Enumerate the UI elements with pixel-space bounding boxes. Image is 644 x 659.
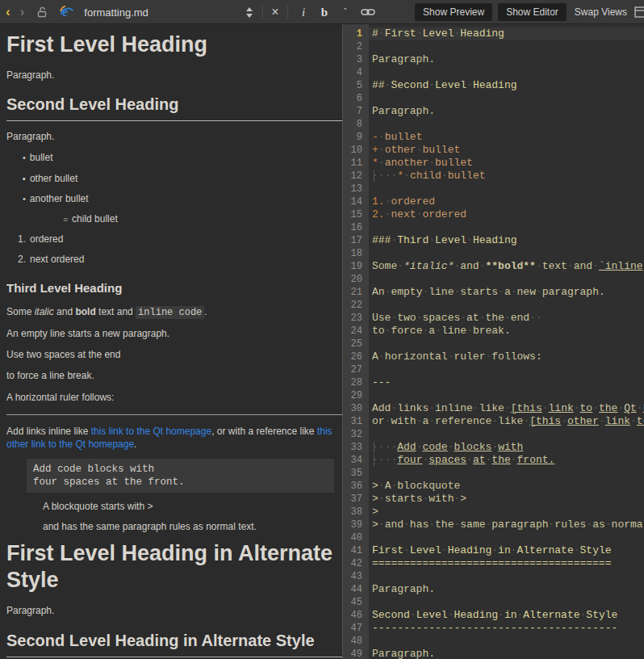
line-number: 37 — [343, 493, 369, 506]
editor-line[interactable] — [369, 273, 644, 286]
line-number: 12 — [343, 170, 369, 183]
editor-line[interactable] — [369, 92, 644, 105]
editor-line[interactable] — [369, 389, 644, 402]
editor-line[interactable]: +·other·bullet — [369, 144, 644, 157]
editor-line[interactable]: or·with·a·reference·like·[this·other·lin… — [369, 415, 644, 428]
line-number: 3 — [343, 53, 369, 66]
editor-line[interactable]: ====================================== — [369, 557, 644, 570]
editor-line[interactable]: Paragraph. — [369, 105, 644, 118]
editor-line[interactable]: Paragraph. — [369, 583, 644, 596]
preview-bullet-list: •bullet▪other bullet•another bullet○chil… — [6, 151, 334, 225]
text-segment: bold — [75, 306, 95, 317]
editor-line[interactable] — [369, 363, 644, 376]
text-segment: , or with a reference like — [211, 426, 317, 437]
editor-line[interactable] — [369, 570, 644, 583]
preview-ordered-list: 1.ordered2.next ordered — [6, 233, 334, 266]
editor-line[interactable]: -·bullet — [369, 131, 644, 144]
editor-line[interactable]: First·Level·Heading·in·Alternate·Style — [369, 544, 644, 557]
editor-line[interactable]: #·First·Level·Heading — [369, 27, 644, 40]
editor-line[interactable]: Paragraph. — [369, 648, 644, 659]
editor-line[interactable]: Use·two·spaces·at·the·end·· — [369, 312, 644, 325]
ordered-list-item: 1.ordered — [6, 233, 334, 246]
line-number: 32 — [343, 428, 369, 441]
indent-guide — [374, 442, 374, 453]
preview-styled-text: Some italic and bold text and inline cod… — [6, 305, 334, 319]
editor-line[interactable]: ····Add·code·blocks·with — [369, 441, 644, 454]
editor-line[interactable] — [369, 531, 644, 544]
editor-line[interactable]: >·and·has·the·same·paragraph·rules·as·no… — [369, 518, 644, 531]
editor-line[interactable] — [369, 247, 644, 260]
toolbar-separator — [287, 6, 288, 19]
text-segment[interactable]: this link to the Qt homepage — [91, 426, 211, 437]
code-format-button[interactable]: ` — [335, 0, 356, 24]
editor-line[interactable]: --------------------------------------- — [369, 622, 644, 635]
preview-paragraph: An empty line starts a new paragraph. — [6, 327, 334, 340]
document-type-icon: e — [59, 0, 75, 24]
italic-format-button[interactable]: i — [293, 0, 314, 24]
line-number: 17 — [343, 234, 369, 247]
editor-line[interactable] — [369, 299, 644, 312]
back-button[interactable]: ‹ — [6, 0, 10, 24]
editor-line[interactable]: A·horizontal·ruler·follows: — [369, 350, 644, 363]
editor-toolbar: ‹ › e formatting.md × i b ` — [0, 0, 644, 24]
editor-line[interactable]: ····four·spaces·at·the·front. — [369, 454, 644, 467]
editor-line[interactable]: 1.·ordered — [369, 195, 644, 208]
editor-line[interactable] — [369, 40, 644, 53]
line-number: 26 — [343, 350, 369, 363]
preview-paragraph: Paragraph. — [6, 604, 334, 617]
line-number: 34 — [343, 454, 369, 467]
editor-line[interactable] — [369, 118, 644, 131]
editor-line[interactable]: *·another·bullet — [369, 157, 644, 170]
bold-format-button[interactable]: b — [314, 0, 335, 24]
editor-code-area[interactable]: #·First·Level·HeadingParagraph.##·Second… — [369, 24, 644, 659]
editor-line[interactable] — [369, 467, 644, 480]
line-number: 29 — [343, 389, 369, 402]
editor-line[interactable] — [369, 635, 644, 648]
editor-line[interactable]: ###·Third·Level·Heading — [369, 234, 644, 247]
editor-line[interactable] — [369, 221, 644, 234]
open-document-name[interactable]: formatting.md — [84, 6, 148, 19]
markdown-preview-pane[interactable]: First Level Heading Paragraph. Second Le… — [0, 24, 342, 659]
split-view-icon[interactable] — [634, 0, 644, 24]
editor-line[interactable] — [369, 428, 644, 441]
editor-line[interactable] — [369, 66, 644, 79]
line-number: 14 — [343, 195, 369, 208]
line-number: 13 — [343, 183, 369, 195]
forward-button[interactable]: › — [20, 0, 25, 24]
editor-line[interactable]: Some·*italic*·and·**bold**·text·and·`inl… — [369, 260, 644, 273]
line-number: 43 — [343, 570, 369, 583]
editor-line[interactable]: Second·Level·Heading·in·Alternate·Style — [369, 609, 644, 622]
editor-line[interactable]: 2.·next·ordered — [369, 208, 644, 221]
text-segment: and — [54, 306, 76, 317]
document-dropdown-icon[interactable] — [246, 0, 253, 24]
line-number: 8 — [343, 118, 369, 131]
editor-line[interactable]: ##·Second·Level·Heading — [369, 79, 644, 92]
editor-line[interactable]: An·empty·line·starts·a·new·paragraph. — [369, 286, 644, 299]
preview-paragraph: Use two spaces at the end — [6, 348, 334, 361]
show-preview-toggle[interactable]: Show Preview — [415, 3, 492, 21]
link-format-button[interactable] — [356, 0, 380, 24]
markdown-editor-pane[interactable]: 1234567891011121314151617181920212223242… — [342, 24, 644, 659]
swap-views-button[interactable]: Swap Views — [575, 6, 627, 18]
line-number: 7 — [343, 105, 369, 118]
editor-line[interactable] — [369, 596, 644, 609]
editor-line[interactable]: >·A·blockquote — [369, 480, 644, 493]
show-editor-toggle[interactable]: Show Editor — [498, 3, 567, 21]
editor-line[interactable] — [369, 183, 644, 195]
editor-line[interactable] — [369, 338, 644, 350]
editor-line[interactable]: to·force·a·line·break. — [369, 325, 644, 338]
close-document-button[interactable]: × — [268, 0, 282, 24]
bullet-marker: • — [23, 152, 26, 164]
editor-line[interactable]: Add·links·inline·like·[this·link·to·the·… — [369, 402, 644, 415]
editor-line[interactable]: --- — [369, 376, 644, 389]
line-number: 49 — [343, 648, 369, 659]
editor-line[interactable]: ····*·child·bullet — [369, 170, 644, 183]
editor-line[interactable]: > — [369, 506, 644, 518]
line-number: 41 — [343, 544, 369, 557]
line-number: 21 — [343, 286, 369, 299]
lock-icon[interactable] — [36, 0, 48, 24]
preview-blockquote: A blockquote starts with >and has the sa… — [43, 500, 334, 533]
line-number: 47 — [343, 622, 369, 635]
editor-line[interactable]: >·starts·with·> — [369, 493, 644, 506]
editor-line[interactable]: Paragraph. — [369, 53, 644, 66]
